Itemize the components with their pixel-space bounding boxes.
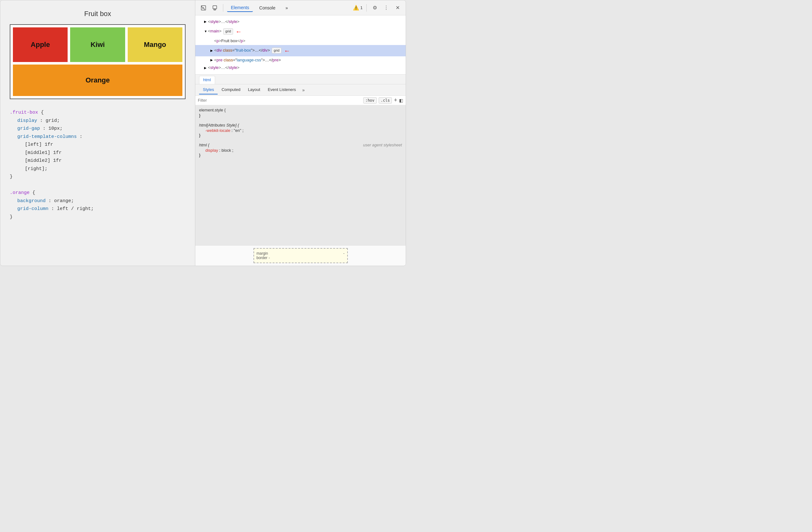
rule-selector-html: html { bbox=[199, 143, 209, 147]
hov-button[interactable]: :hov bbox=[363, 97, 377, 103]
style-rule-html-attr: html[Attributes Style] { -webkit-locale … bbox=[199, 123, 402, 138]
settings-icon[interactable]: ⚙ bbox=[371, 3, 379, 12]
tree-line-style2[interactable]: ▶ < style >…</ style > bbox=[195, 64, 406, 72]
warning-icon: ⚠️ bbox=[353, 5, 359, 11]
close-icon[interactable]: ✕ bbox=[393, 3, 402, 12]
svg-rect-1 bbox=[213, 6, 217, 9]
panel-title: Fruit box bbox=[10, 10, 186, 18]
style-rule-html: html { user agent stylesheet display : b… bbox=[199, 143, 402, 157]
red-arrow-div: ← bbox=[284, 46, 290, 56]
cls-button[interactable]: .cls bbox=[379, 97, 392, 103]
code-val-right: [right]; bbox=[10, 165, 186, 173]
html-tab-bar: html bbox=[195, 74, 406, 84]
devtools-panel: Elements Console » ⚠️ 1 ⚙ ⋮ ✕ ▶ < style … bbox=[195, 0, 406, 266]
devtools-toolbar: Elements Console » ⚠️ 1 ⚙ ⋮ ✕ bbox=[195, 0, 406, 15]
tab-layout[interactable]: Layout bbox=[244, 85, 264, 95]
tree-arrow-div[interactable]: ▶ bbox=[211, 48, 214, 53]
toolbar-divider-2 bbox=[366, 4, 367, 12]
fruit-apple: Apple bbox=[13, 27, 68, 62]
tab-more[interactable]: » bbox=[282, 4, 292, 12]
svg-rect-2 bbox=[214, 9, 216, 10]
tree-line-fruitbox[interactable]: ▶ < div class =" fruit-box ">…</ div > g… bbox=[195, 45, 406, 56]
device-icon[interactable] bbox=[211, 3, 219, 12]
styles-tabs: Styles Computed Layout Event Listeners » bbox=[195, 84, 406, 96]
code-prop-gap: grid-gap : 10px; bbox=[10, 125, 186, 133]
tree-arrow-p bbox=[211, 38, 214, 43]
warning-badge[interactable]: ⚠️ 1 bbox=[353, 5, 363, 11]
rule-close-element: } bbox=[199, 113, 200, 118]
code-close-1: } bbox=[10, 173, 186, 181]
tree-line-main[interactable]: ▼ < main > grid ← bbox=[195, 26, 406, 37]
tree-line-p[interactable]: < p > Fruit box </ p > bbox=[195, 37, 406, 45]
tab-elements[interactable]: Elements bbox=[227, 4, 253, 12]
styles-tab-more[interactable]: » bbox=[300, 86, 307, 94]
grid-badge-main[interactable]: grid bbox=[223, 28, 233, 34]
styles-content: element.style { } html[Attributes Style]… bbox=[195, 105, 406, 245]
rule-selector-element: element.style { bbox=[199, 108, 226, 112]
add-style-button[interactable]: + bbox=[394, 97, 397, 103]
filter-bar: :hov .cls + ◧ bbox=[195, 96, 406, 105]
code-val-mid1: [middle1] 1fr bbox=[10, 149, 186, 157]
rule-selector-html-attr: html[Attributes Style] { bbox=[199, 123, 239, 127]
code-selector-1: .fruit-box { bbox=[10, 109, 186, 117]
expand-styles-icon[interactable]: ◧ bbox=[399, 98, 403, 103]
fruit-orange: Orange bbox=[13, 65, 183, 96]
box-model-diagram: margin - border - bbox=[253, 248, 348, 263]
tree-arrow-style2[interactable]: ▶ bbox=[204, 66, 208, 71]
box-model: margin - border - bbox=[195, 245, 406, 266]
box-margin-row: margin - bbox=[257, 251, 345, 256]
fruit-box-demo: Apple Kiwi Mango Orange bbox=[10, 24, 186, 99]
html-tree: ▶ < style >…</ style > ▼ < main > grid ←… bbox=[195, 15, 406, 74]
user-agent-comment: user agent stylesheet bbox=[363, 143, 402, 147]
code-val-mid2: [middle2] 1fr bbox=[10, 157, 186, 165]
grid-badge-div[interactable]: grid bbox=[272, 47, 281, 54]
tree-arrow-main[interactable]: ▼ bbox=[204, 29, 208, 34]
code-prop-bg: background : orange; bbox=[10, 197, 186, 205]
code-selector-2: .orange { bbox=[10, 189, 186, 197]
left-panel: Fruit box Apple Kiwi Mango Orange .fruit… bbox=[0, 0, 195, 266]
code-prop-display: display : grid; bbox=[10, 117, 186, 125]
tab-computed[interactable]: Computed bbox=[218, 85, 244, 95]
tree-arrow-pre[interactable]: ▶ bbox=[211, 58, 214, 62]
box-border-row: border - bbox=[257, 256, 345, 260]
rule-close-html: } bbox=[199, 153, 200, 157]
tab-console[interactable]: Console bbox=[255, 4, 279, 12]
fruit-mango: Mango bbox=[128, 27, 183, 62]
tab-styles[interactable]: Styles bbox=[199, 85, 218, 95]
filter-input[interactable] bbox=[198, 98, 361, 103]
code-close-2: } bbox=[10, 213, 186, 221]
fruit-kiwi: Kiwi bbox=[70, 27, 125, 62]
style-rule-element: element.style { } bbox=[199, 108, 402, 118]
red-arrow-main: ← bbox=[235, 26, 242, 37]
tree-line-style1[interactable]: ▶ < style >…</ style > bbox=[195, 18, 406, 26]
tab-event-listeners[interactable]: Event Listeners bbox=[264, 85, 300, 95]
code-block: .fruit-box { display : grid; grid-gap : … bbox=[10, 106, 186, 224]
more-options-icon[interactable]: ⋮ bbox=[382, 3, 391, 12]
code-prop-gc: grid-column : left / right; bbox=[10, 205, 186, 213]
code-val-left: [left] 1fr bbox=[10, 141, 186, 149]
tree-arrow[interactable]: ▶ bbox=[204, 19, 208, 24]
inspector-icon[interactable] bbox=[199, 3, 208, 12]
tree-line-pre[interactable]: ▶ < pre class =" language-css ">…</ pre … bbox=[195, 56, 406, 64]
rule-close-html-attr: } bbox=[199, 133, 200, 138]
html-breadcrumb[interactable]: html bbox=[199, 76, 215, 84]
code-prop-gtc: grid-template-columns : bbox=[10, 133, 186, 141]
